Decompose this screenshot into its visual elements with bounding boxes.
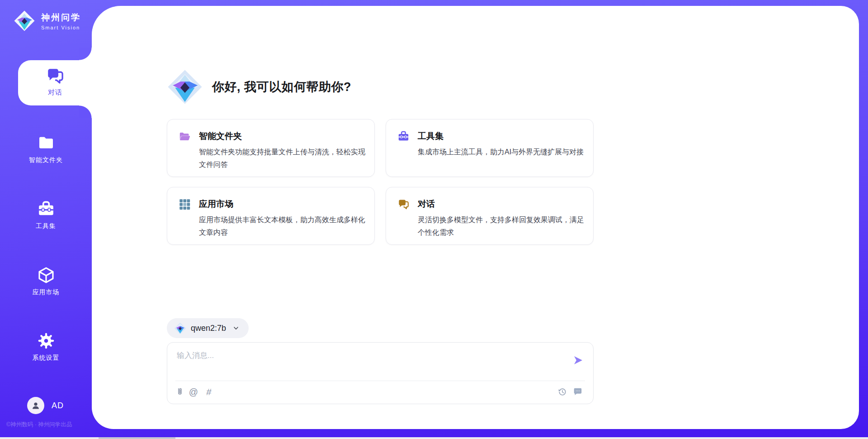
gear-icon [37,332,55,350]
tab-curve-top [79,48,92,60]
brand-logo: 神州问学 Smart Vision [14,10,81,32]
card-title: 智能文件夹 [199,130,242,142]
feature-cards: 智能文件夹 智能文件夹功能支持批量文件上传与清洗，轻松实现文件问答 工具集 集成… [167,119,594,245]
comment-icon[interactable] [572,387,583,397]
avatar [27,397,44,414]
card-title: 对话 [418,198,435,210]
attachment-icon[interactable] [175,387,185,397]
mention-icon[interactable]: @ [188,387,199,397]
history-icon[interactable] [557,387,568,397]
tab-curve-bottom [79,105,92,118]
user-account[interactable]: AD [27,397,64,414]
card-description: 应用市场提供丰富长文本模板，助力高效生成多样化文章内容 [199,214,365,239]
hashtag-icon[interactable]: # [203,387,215,397]
mention-glyph: @ [189,387,198,397]
sidebar-item-app-market[interactable]: 应用市场 [0,266,92,296]
card-description: 智能文件夹功能支持批量文件上传与清洗，轻松实现文件问答 [199,146,365,171]
card-title: 应用市场 [199,198,233,210]
sidebar-item-label: 系统设置 [0,354,92,362]
model-name: qwen2:7b [191,324,226,333]
assistant-logo-icon [167,69,203,105]
copyright-text: ©神州数码 · 神州问学出品 [6,421,92,429]
folder-open-icon [179,130,191,143]
toolbox-icon [37,200,55,218]
model-selector[interactable]: qwen2:7b [167,318,249,338]
briefcase-icon [397,130,410,143]
app-window: 神州问学 Smart Vision 对话 智能文件夹 工具集 [0,0,868,439]
sidebar-item-label: 应用市场 [0,288,92,296]
sidebar-item-label: 工具集 [0,222,92,230]
person-icon [30,400,41,411]
message-input[interactable]: 输入消息... [177,350,214,361]
grid-icon [179,198,191,210]
chat-bubbles-icon [397,198,410,210]
sidebar-item-chat[interactable]: 对话 [18,60,92,105]
sidebar-item-label: 智能文件夹 [0,156,92,164]
chat-bubbles-icon [46,67,65,86]
app-subtitle: Smart Vision [41,25,81,30]
send-icon[interactable] [572,354,583,365]
sidebar-item-toolset[interactable]: 工具集 [0,200,92,230]
card-description: 集成市场上主流工具，助力AI与外界无缝扩展与对接 [418,146,584,158]
greeting-row: 你好, 我可以如何帮助你? [167,69,351,105]
sidebar-item-smart-folder[interactable]: 智能文件夹 [0,134,92,164]
chevron-down-icon [232,324,240,332]
card-smart-folder[interactable]: 智能文件夹 智能文件夹功能支持批量文件上传与清洗，轻松实现文件问答 [167,119,375,177]
composer-divider [175,381,585,381]
brand-diamond-icon [14,10,35,32]
folder-icon [37,134,55,152]
card-app-market[interactable]: 应用市场 应用市场提供丰富长文本模板，助力高效生成多样化文章内容 [167,187,375,245]
message-composer[interactable]: 输入消息... @ # [167,342,594,404]
hashtag-glyph: # [206,387,212,397]
sidebar-item-settings[interactable]: 系统设置 [0,332,92,362]
card-chat[interactable]: 对话 灵活切换多模型文件，支持多样回复效果调试，满足个性化需求 [386,187,594,245]
sidebar-item-label: 对话 [18,88,92,97]
app-title: 神州问学 [41,12,81,24]
card-toolset[interactable]: 工具集 集成市场上主流工具，助力AI与外界无缝扩展与对接 [386,119,594,177]
bottom-edge-scroll-segment [99,437,175,439]
user-name: AD [52,401,64,410]
card-title: 工具集 [418,130,443,142]
cube-icon [37,266,55,284]
greeting-text: 你好, 我可以如何帮助你? [212,79,351,95]
model-logo-diamond-icon [174,322,186,334]
card-description: 灵活切换多模型文件，支持多样回复效果调试，满足个性化需求 [418,214,584,239]
